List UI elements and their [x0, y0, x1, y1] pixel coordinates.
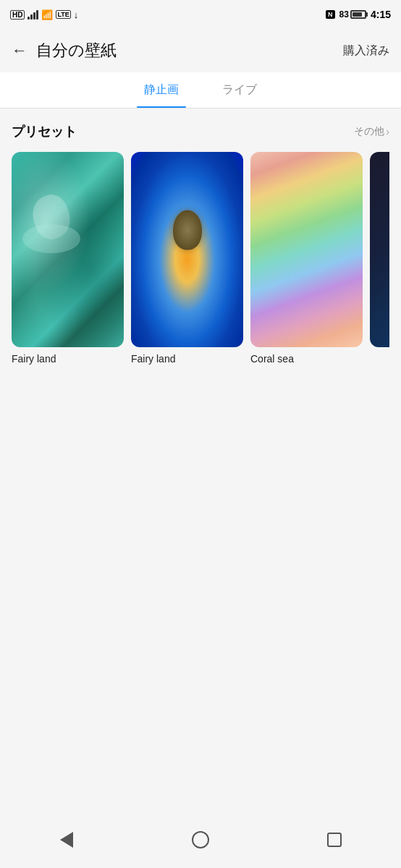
wallpaper-thumbnail[interactable] — [12, 152, 124, 347]
wallpaper-label: Coral sea — [250, 353, 363, 365]
arrow-icon: ↓ — [74, 9, 79, 20]
signal-icon — [28, 9, 38, 20]
battery-icon: 83 — [339, 9, 366, 20]
wallpaper-thumbnail-partial[interactable] — [370, 152, 389, 347]
time-display: 4:15 — [371, 9, 391, 20]
more-button[interactable]: その他 › — [354, 125, 389, 138]
hd-badge: HD — [10, 10, 25, 20]
wallpaper-label: Fairy land — [12, 353, 124, 365]
wallpaper-item[interactable]: Fairy land — [12, 152, 124, 365]
purchased-button[interactable]: 購入済み — [343, 43, 389, 59]
page-header: ← 自分の壁紙 購入済み — [0, 29, 401, 72]
header-left: ← 自分の壁紙 — [12, 40, 117, 61]
tabs-container: 静止画 ライブ — [0, 72, 401, 109]
wallpaper-item[interactable]: Coral sea — [250, 152, 363, 365]
tab-still[interactable]: 静止画 — [137, 72, 186, 108]
status-right: N 83 4:15 — [326, 9, 391, 20]
tab-live[interactable]: ライブ — [215, 72, 264, 108]
section-title: プリセット — [12, 123, 77, 140]
data-icon: LTE — [56, 10, 70, 19]
home-icon — [192, 831, 209, 848]
battery-percent: 83 — [339, 9, 349, 20]
section-header: プリセット その他 › — [12, 123, 389, 140]
nfc-icon: N — [326, 10, 335, 19]
chevron-right-icon: › — [386, 126, 389, 137]
nav-back-button[interactable] — [48, 825, 85, 854]
back-button[interactable]: ← — [12, 41, 28, 60]
recent-icon — [327, 833, 342, 847]
wallpaper-item[interactable]: Fairy land — [131, 152, 243, 365]
wallpaper-label: Fairy land — [131, 353, 243, 365]
wifi-icon: 📶 — [41, 9, 53, 20]
wallpaper-thumbnail[interactable] — [131, 152, 243, 347]
wallpaper-thumbnail[interactable] — [250, 152, 363, 347]
nav-home-button[interactable] — [182, 825, 219, 854]
main-content: プリセット その他 › Fairy land Fairy land Coral … — [0, 109, 401, 365]
page-title: 自分の壁紙 — [36, 40, 117, 61]
status-left: HD 📶 LTE ↓ — [10, 9, 78, 20]
nav-recent-button[interactable] — [316, 825, 353, 854]
wallpaper-list: Fairy land Fairy land Coral sea — [12, 152, 389, 365]
back-icon — [60, 832, 73, 848]
status-bar: HD 📶 LTE ↓ N 83 4:15 — [0, 0, 401, 29]
more-label: その他 — [354, 125, 384, 138]
wallpaper-item-partial[interactable] — [370, 152, 389, 365]
bottom-nav — [0, 817, 401, 868]
